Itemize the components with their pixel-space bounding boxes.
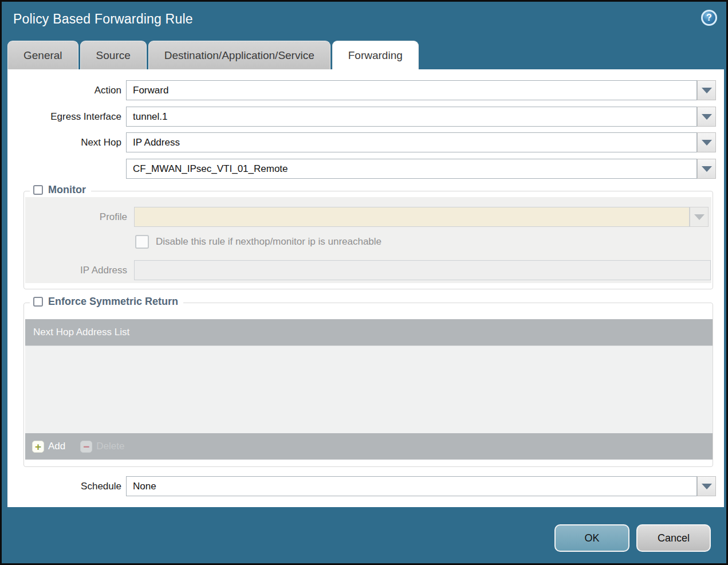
schedule-dropdown-button[interactable] — [697, 476, 716, 496]
chevron-down-icon — [702, 88, 712, 93]
chevron-down-icon — [694, 214, 705, 220]
next-hop-address-row: CF_MWAN_IPsec_VTI_01_Remote — [7, 159, 724, 179]
schedule-row: Schedule None — [7, 476, 724, 496]
action-dropdown-button[interactable] — [697, 80, 716, 100]
help-icon[interactable]: ? — [701, 10, 717, 26]
egress-interface-select[interactable]: tunnel.1 — [126, 107, 697, 127]
disable-rule-checkbox[interactable] — [135, 235, 149, 249]
enforce-symmetric-return-group: Enforce Symmetric Return Next Hop Addres… — [23, 303, 713, 467]
delete-button[interactable]: − Delete — [80, 441, 124, 453]
chevron-down-icon — [702, 484, 712, 489]
profile-dropdown-button[interactable] — [690, 207, 709, 227]
monitor-panel: Profile Disable this rule if nexthop/mon… — [25, 197, 711, 283]
egress-interface-label: Egress Interface — [7, 107, 121, 127]
profile-field[interactable] — [134, 207, 690, 227]
chevron-down-icon — [702, 140, 712, 146]
enforce-legend: Enforce Symmetric Return — [30, 296, 183, 308]
schedule-select[interactable]: None — [126, 476, 697, 496]
cancel-button[interactable]: Cancel — [636, 524, 711, 552]
egress-interface-row: Egress Interface tunnel.1 — [7, 107, 724, 127]
policy-based-forwarding-dialog: Policy Based Forwarding Rule ? General S… — [0, 0, 728, 565]
plus-icon: + — [32, 441, 44, 453]
monitor-title: Monitor — [48, 184, 86, 196]
next-hop-address-list-table: Next Hop Address List + Add − Delete — [25, 319, 713, 460]
tab-forwarding[interactable]: Forwarding — [332, 41, 419, 69]
tab-general[interactable]: General — [7, 41, 78, 69]
next-hop-row: Next Hop IP Address — [7, 132, 724, 152]
tab-source[interactable]: Source — [80, 41, 147, 69]
chevron-down-icon — [702, 166, 712, 172]
monitor-ip-address-field[interactable] — [134, 260, 711, 280]
chevron-down-icon — [702, 114, 712, 120]
enforce-symmetric-return-checkbox[interactable] — [33, 297, 43, 307]
monitor-ip-address-label: IP Address — [25, 260, 127, 280]
next-hop-select[interactable]: IP Address — [126, 132, 697, 152]
action-label: Action — [7, 80, 121, 100]
action-row: Action Forward — [7, 80, 724, 100]
add-button-label: Add — [48, 441, 65, 452]
next-hop-address-select[interactable]: CF_MWAN_IPsec_VTI_01_Remote — [126, 159, 697, 179]
add-button[interactable]: + Add — [32, 441, 65, 453]
next-hop-dropdown-button[interactable] — [697, 132, 716, 152]
tab-destination-application-service[interactable]: Destination/Application/Service — [148, 41, 330, 69]
enforce-symmetric-return-title: Enforce Symmetric Return — [48, 296, 178, 308]
monitor-group: Monitor Profile Disable this rule if nex… — [23, 191, 713, 289]
action-select[interactable]: Forward — [126, 80, 697, 100]
delete-button-label: Delete — [96, 441, 124, 452]
table-body[interactable] — [25, 346, 713, 433]
next-hop-address-dropdown-button[interactable] — [697, 159, 716, 179]
profile-label: Profile — [25, 207, 127, 227]
monitor-legend: Monitor — [30, 184, 91, 196]
dialog-title: Policy Based Forwarding Rule — [13, 11, 193, 27]
disable-rule-label: Disable this rule if nexthop/monitor ip … — [156, 235, 381, 249]
minus-icon: − — [80, 441, 92, 453]
schedule-label: Schedule — [7, 476, 121, 496]
ok-button[interactable]: OK — [554, 524, 629, 552]
table-header: Next Hop Address List — [25, 319, 713, 346]
monitor-checkbox[interactable] — [33, 185, 43, 195]
forwarding-tab-panel: Action Forward Egress Interface tunnel.1… — [7, 69, 724, 507]
tab-bar: General Source Destination/Application/S… — [7, 41, 419, 69]
egress-interface-dropdown-button[interactable] — [697, 107, 716, 127]
table-footer: + Add − Delete — [25, 433, 713, 460]
next-hop-label: Next Hop — [7, 132, 121, 152]
